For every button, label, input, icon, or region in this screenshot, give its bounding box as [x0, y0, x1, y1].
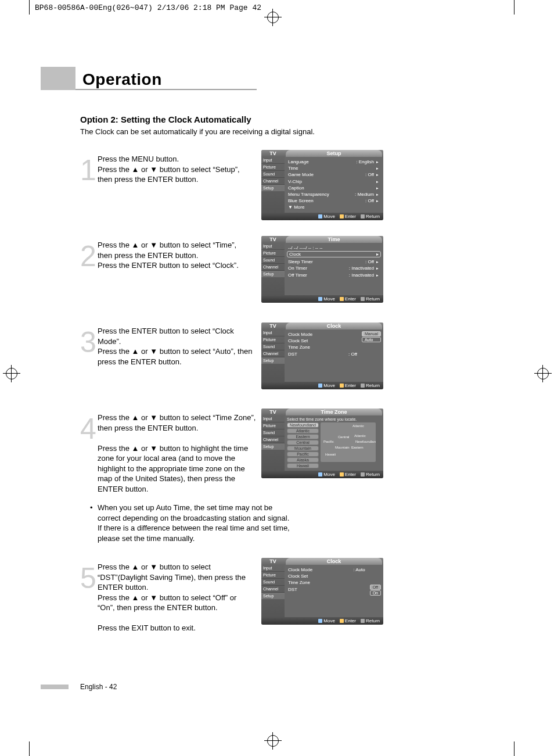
step-text: Press the ENTER button to select “Clock … [98, 325, 253, 367]
footer-accent-bar [41, 685, 69, 689]
section-subtitle: The Clock can be set automatically if yo… [80, 127, 315, 136]
step-number: 2 [80, 245, 98, 271]
section-heading: Option 2: Setting the Clock Automaticall… [80, 114, 251, 124]
osd-dst-menu: TVClock InputPictureSoundChannelSetup Cl… [261, 558, 383, 625]
header-accent-block [41, 67, 75, 90]
step-note: When you set up Auto Time, the set time … [98, 503, 295, 543]
step-number: 3 [80, 331, 98, 367]
step-number: 4 [80, 417, 98, 494]
step-number: 1 [80, 159, 98, 185]
osd-clock-menu: TVClock InputPictureSoundChannelSetup Cl… [261, 323, 383, 389]
osd-time-menu: TVTime InputPictureSoundChannelSetup --/… [261, 236, 383, 303]
step-number: 5 [80, 567, 98, 633]
us-map-graphic: Atlantic Pacific Central Atlantic Newfou… [321, 422, 376, 462]
print-slug: BP68-00586A-00Eng(026~047) 2/13/06 2:18 … [35, 3, 261, 12]
page-title: Operation [75, 70, 257, 90]
step-text: Press the MENU button.Press the ▲ or ▼ b… [98, 153, 253, 185]
step-text: Press the ▲ or ▼ button to select “Time … [98, 411, 260, 494]
step-text: Press the ▲ or ▼ button to select “Time”… [98, 239, 253, 271]
osd-timezone-menu: TVTime Zone InputPictureSoundChannelSetu… [261, 409, 383, 478]
osd-setup-menu: TVSetup Input Picture Sound Channel Setu… [261, 150, 383, 220]
step-text: Press the ▲ or ▼ button to select “DST”(… [98, 561, 253, 633]
page-footer: English - 42 [80, 683, 117, 691]
